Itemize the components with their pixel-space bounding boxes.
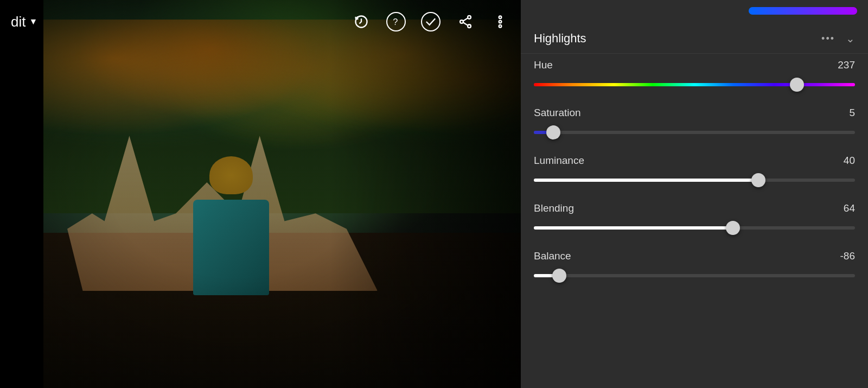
hue-label: Hue [534, 59, 553, 71]
svg-point-4 [468, 24, 471, 28]
vignette-overlay [43, 0, 521, 388]
blending-track[interactable] [534, 226, 855, 230]
done-icon[interactable] [421, 12, 441, 31]
help-icon[interactable]: ? [386, 12, 406, 31]
hue-slider-wrapper [534, 78, 855, 92]
saturation-value: 5 [849, 107, 855, 119]
blending-slider-group: Blending 64 [534, 202, 855, 235]
luminance-thumb[interactable] [751, 173, 765, 187]
toolbar-left: dit ▼ [11, 14, 37, 30]
toolbar-right: ? [352, 12, 510, 31]
saturation-label: Saturation [534, 107, 581, 119]
section-title: Highlights [534, 31, 821, 46]
svg-point-3 [460, 20, 463, 23]
svg-point-2 [468, 16, 471, 19]
edit-label: dit [11, 14, 25, 30]
luminance-label: Luminance [534, 155, 584, 167]
blending-slider-header: Blending 64 [534, 202, 855, 214]
blending-thumb[interactable] [726, 221, 740, 235]
saturation-thumb[interactable] [546, 125, 560, 139]
balance-thumb[interactable] [552, 269, 566, 283]
history-icon[interactable] [352, 12, 371, 31]
color-bar-container [521, 0, 868, 22]
blending-slider-wrapper [534, 221, 855, 235]
blending-label: Blending [534, 202, 574, 214]
sliders-container: Hue 237 Saturation 5 [521, 54, 868, 388]
luminance-slider-header: Luminance 40 [534, 155, 855, 167]
balance-value: -86 [840, 250, 855, 262]
right-panel: Highlights ••• ⌄ Hue 237 Saturation 5 [521, 0, 868, 388]
balance-slider-wrapper [534, 269, 855, 283]
svg-point-7 [499, 16, 502, 19]
hue-value: 237 [838, 59, 855, 71]
section-header: Highlights ••• ⌄ [521, 22, 868, 54]
luminance-slider-wrapper [534, 173, 855, 187]
svg-line-6 [463, 22, 468, 26]
blending-value: 64 [844, 202, 855, 214]
share-icon[interactable] [456, 12, 475, 31]
hue-slider-header: Hue 237 [534, 59, 855, 71]
saturation-track[interactable] [534, 131, 855, 134]
svg-text:?: ? [393, 17, 398, 27]
hue-track[interactable] [534, 83, 855, 86]
color-bar [749, 7, 857, 15]
luminance-value: 40 [844, 155, 855, 167]
hue-thumb[interactable] [790, 78, 804, 92]
hue-track-fill [534, 83, 855, 86]
luminance-track[interactable] [534, 179, 855, 182]
more-options-icon[interactable] [490, 12, 510, 31]
svg-line-5 [463, 18, 468, 21]
section-options-dots[interactable]: ••• [821, 33, 835, 44]
saturation-slider-wrapper [534, 125, 855, 139]
section-chevron-icon[interactable]: ⌄ [846, 32, 855, 45]
balance-slider-header: Balance -86 [534, 250, 855, 262]
balance-slider-group: Balance -86 [534, 250, 855, 283]
svg-point-8 [499, 21, 502, 23]
hue-slider-group: Hue 237 [534, 59, 855, 92]
photo-container [43, 0, 521, 388]
luminance-slider-group: Luminance 40 [534, 155, 855, 187]
photo-background [43, 0, 521, 388]
editor-area: dit ▼ ? [0, 0, 521, 388]
svg-point-9 [499, 25, 502, 28]
dropdown-arrow[interactable]: ▼ [29, 17, 37, 27]
saturation-slider-group: Saturation 5 [534, 107, 855, 139]
toolbar: dit ▼ ? [0, 0, 521, 43]
left-strip [0, 0, 43, 388]
blending-track-fill [534, 226, 733, 230]
balance-track[interactable] [534, 274, 855, 277]
luminance-track-fill [534, 179, 758, 182]
photo-scene [43, 0, 521, 388]
saturation-slider-header: Saturation 5 [534, 107, 855, 119]
balance-label: Balance [534, 250, 571, 262]
